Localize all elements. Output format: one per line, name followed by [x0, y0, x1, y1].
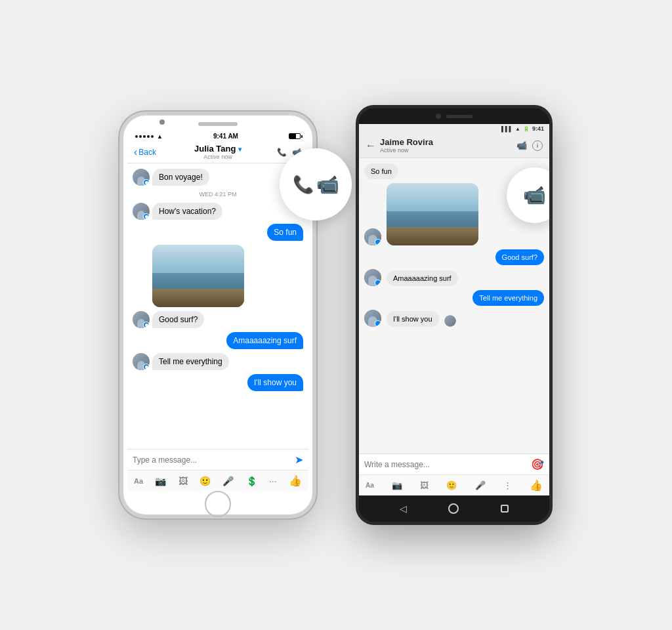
android-contact-name: Jaime Rovira [380, 137, 513, 147]
android-toolbar: Aa 📷 🖼 🙂 🎤 ⋮ 👍 [359, 474, 549, 495]
android-video-camera-icon: 📹 [523, 184, 546, 206]
message-row: Tell me everything [133, 353, 303, 370]
message-row-sent: I'll show you [133, 374, 303, 391]
home-button[interactable] [205, 491, 231, 517]
scene: 📞 📹 ▲ 9:41 AM [119, 105, 553, 525]
message-row: Amaaaaazing surf [364, 269, 544, 286]
messenger-badge [143, 179, 150, 186]
android-more-icon[interactable]: ⋮ [503, 480, 512, 490]
mic-icon[interactable]: 🎤 [222, 476, 234, 486]
iphone-top [123, 116, 312, 129]
message-row: How's vacation? [133, 203, 303, 220]
emoji-icon[interactable]: 🙂 [200, 476, 211, 486]
avatar [364, 310, 381, 327]
beach-photo [152, 245, 244, 307]
wifi-icon: ▲ [157, 133, 163, 140]
message-row-sent: Good surf? [364, 249, 544, 265]
photo-message [152, 245, 244, 307]
phone-nav-icon[interactable]: 📞 [277, 148, 287, 157]
recents-nav-icon[interactable] [501, 505, 509, 513]
iphone-toolbar: Aa 📷 🖼 🙂 🎤 💲 ··· 👍 [127, 470, 308, 491]
avatar [133, 203, 150, 220]
android-camera-icon[interactable]: 📷 [392, 480, 402, 490]
message-bubble-sent: So fun [267, 224, 303, 241]
send-button[interactable]: ➤ [295, 453, 303, 466]
message-bubble: So fun [364, 163, 398, 179]
messenger-badge [143, 322, 150, 328]
messenger-badge [143, 213, 150, 220]
android-video-icon[interactable]: 📹 [516, 140, 527, 150]
contact-name: Julia Tang ▾ [167, 144, 269, 154]
video-camera-icon: 📹 [316, 174, 339, 196]
message-bubble: Amaaaaazing surf [387, 270, 458, 286]
message-input[interactable] [133, 455, 295, 465]
android-bottom-nav: ◁ [359, 495, 549, 522]
status-left: ▲ [135, 133, 163, 140]
iphone-device: 📞 📹 ▲ 9:41 AM [119, 112, 316, 518]
android-image-icon[interactable]: 🖼 [420, 480, 429, 490]
android-device: 📹 ▌▌▌ ▲ 🔋 9:41 ← Jaime Rovira Active now [356, 105, 553, 525]
message-bubble: How's vacation? [152, 203, 222, 220]
camera-icon[interactable]: 📷 [155, 476, 166, 486]
message-bubble-sent: Amaaaaazing surf [226, 332, 303, 349]
android-audio-icon[interactable]: 🎯 [531, 458, 544, 471]
message-row-sent: Amaaaaazing surf [133, 332, 303, 349]
android-battery-icon: 🔋 [523, 126, 530, 132]
android-nav-bar: ← Jaime Rovira Active now 📹 i [359, 133, 549, 158]
active-status: Active now [167, 154, 269, 160]
iphone-nav-bar: ‹ Back Julia Tang ▾ Active now 📞 📹 [127, 141, 308, 163]
android-like-button[interactable]: 👍 [530, 479, 543, 492]
image-icon[interactable]: 🖼 [178, 476, 188, 486]
back-nav-icon[interactable]: ◁ [400, 503, 407, 514]
android-back-button[interactable]: ← [366, 140, 376, 152]
android-signal-icon: ▌▌▌ [501, 126, 513, 132]
message-bubble-sent: Good surf? [495, 249, 544, 265]
android-status-bar: ▌▌▌ ▲ 🔋 9:41 [359, 124, 549, 133]
phone-icon: 📞 [293, 175, 314, 195]
back-label: Back [138, 148, 156, 157]
messenger-badge [143, 364, 150, 370]
time-display: 9:41 AM [213, 133, 238, 140]
avatar [364, 228, 381, 245]
signal-dots [135, 135, 154, 138]
android-wifi-icon: ▲ [515, 126, 520, 132]
avatar [133, 353, 150, 370]
message-bubble: Good surf? [152, 311, 204, 328]
android-emoji-icon[interactable]: 🙂 [446, 480, 457, 490]
messages-area: Bon voyage! WED 4:21 PM How's vacation? [127, 163, 308, 449]
message-row: I'll show you [364, 310, 544, 327]
avatar [133, 311, 150, 328]
message-bubble: I'll show you [387, 311, 439, 327]
font-icon[interactable]: Aa [134, 477, 143, 485]
message-bubble-sent: I'll show you [247, 374, 303, 391]
message-row-sent: So fun [133, 224, 303, 241]
like-button[interactable]: 👍 [289, 474, 302, 487]
android-mic-icon[interactable]: 🎤 [475, 480, 486, 490]
android-message-input[interactable] [364, 460, 527, 469]
android-speaker [446, 115, 472, 118]
android-active-status: Active now [380, 147, 513, 154]
android-font-icon[interactable]: Aa [366, 482, 374, 489]
back-chevron-icon: ‹ [134, 146, 137, 158]
avatar [133, 169, 150, 186]
message-row-sent: Tell me everything [364, 290, 544, 306]
android-top-bar [359, 108, 549, 124]
message-row: Good surf? [133, 311, 303, 328]
home-nav-icon[interactable] [448, 503, 459, 514]
android-camera [436, 114, 441, 119]
message-bubble: Bon voyage! [152, 169, 209, 186]
read-receipt [444, 315, 456, 327]
android-time: 9:41 [532, 125, 544, 132]
back-button[interactable]: ‹ Back [134, 146, 167, 158]
payment-icon[interactable]: 💲 [246, 476, 257, 486]
android-info-icon[interactable]: i [532, 140, 543, 151]
iphone-camera [159, 119, 165, 125]
nav-center: Julia Tang ▾ Active now [167, 144, 269, 160]
android-input-bar: 🎯 [359, 453, 549, 474]
message-row: Bon voyage! [133, 169, 303, 186]
timestamp: WED 4:21 PM [133, 191, 303, 198]
message-bubble: Tell me everything [152, 353, 229, 370]
video-call-bubble[interactable]: 📞 📹 [280, 148, 352, 220]
android-nav-icons: 📹 i [516, 140, 543, 151]
more-icon[interactable]: ··· [269, 476, 277, 486]
